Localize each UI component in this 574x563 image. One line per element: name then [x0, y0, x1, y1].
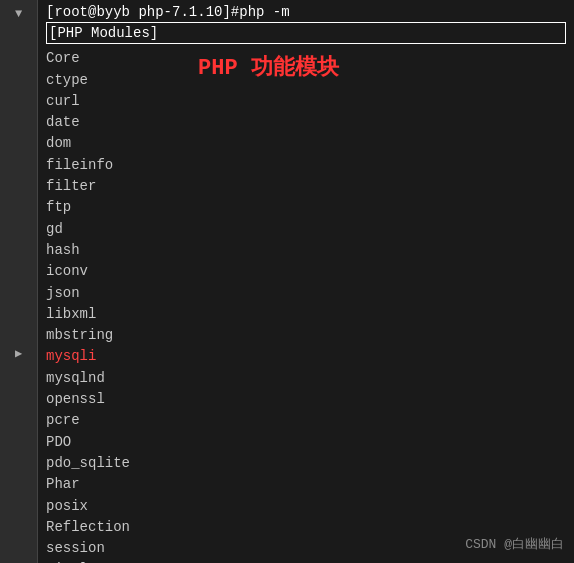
module-item: filter — [46, 176, 566, 196]
module-item: fileinfo — [46, 155, 566, 175]
module-item: PDO — [46, 432, 566, 452]
module-item: openssl — [46, 389, 566, 409]
module-item: pdo_sqlite — [46, 453, 566, 473]
module-item: hash — [46, 240, 566, 260]
module-item: libxml — [46, 304, 566, 324]
terminal-area: [root@byyb php-7.1.10]#php -m [PHP Modul… — [38, 0, 574, 563]
module-item: mysqlnd — [46, 368, 566, 388]
module-item: mysqli — [46, 346, 566, 366]
module-item: SimpleXML — [46, 559, 566, 563]
module-item: ftp — [46, 197, 566, 217]
module-item: iconv — [46, 261, 566, 281]
watermark: CSDN @白幽幽白 — [465, 535, 564, 553]
module-item: pcre — [46, 410, 566, 430]
module-item: mbstring — [46, 325, 566, 345]
php-modules-header: [PHP Modules] — [46, 22, 566, 44]
module-list: [PHP Modules] — [46, 22, 566, 46]
expand-arrow[interactable]: ▶ — [9, 343, 29, 363]
module-item: dom — [46, 133, 566, 153]
main-content: [root@byyb php-7.1.10]#php -m [PHP Modul… — [38, 0, 574, 563]
module-item: json — [46, 283, 566, 303]
sidebar: ▼ ▶ — [0, 0, 38, 563]
scroll-up-arrow[interactable]: ▼ — [9, 4, 29, 24]
command-line: [root@byyb php-7.1.10]#php -m — [46, 4, 566, 20]
module-item: gd — [46, 219, 566, 239]
php-label: PHP 功能模块 — [198, 52, 339, 82]
modules-list: Corectypecurldatedomfileinfofilterftpgdh… — [46, 48, 566, 563]
module-item: date — [46, 112, 566, 132]
module-item: posix — [46, 496, 566, 516]
module-item: Phar — [46, 474, 566, 494]
module-item: curl — [46, 91, 566, 111]
